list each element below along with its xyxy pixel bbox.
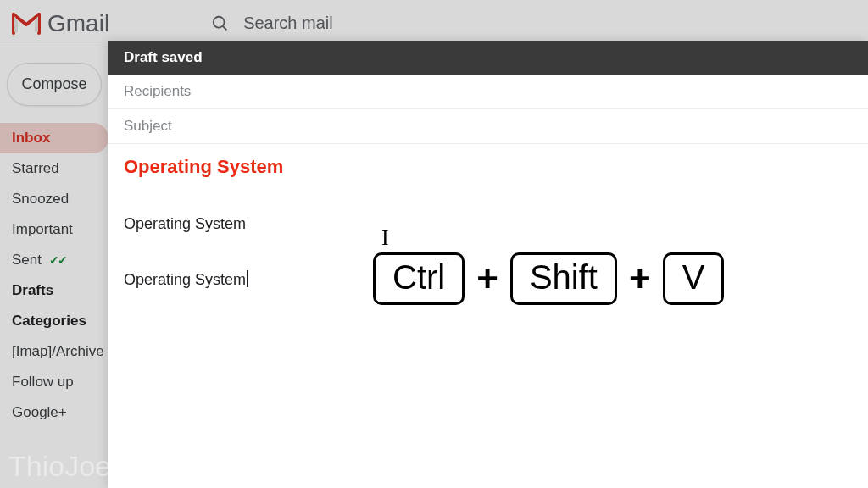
compose-titlebar: Draft saved bbox=[108, 41, 868, 75]
gmail-logo-icon bbox=[12, 13, 41, 35]
gmail-logo-text: Gmail bbox=[47, 10, 109, 37]
sidebar: Compose Inbox Starred Snoozed Important … bbox=[0, 47, 108, 488]
text-caret-icon bbox=[247, 270, 248, 287]
compose-body[interactable]: Operating System Operating System Operat… bbox=[108, 144, 868, 488]
key-shift: Shift bbox=[510, 252, 617, 305]
key-ctrl: Ctrl bbox=[373, 252, 465, 305]
sidebar-item-drafts[interactable]: Drafts bbox=[0, 275, 108, 306]
sidebar-item-important[interactable]: Important bbox=[0, 214, 108, 245]
compose-button[interactable]: Compose bbox=[7, 63, 102, 106]
sidebar-item-sent[interactable]: Sent ✓✓ bbox=[0, 245, 108, 275]
sidebar-item-snoozed[interactable]: Snoozed bbox=[0, 184, 108, 214]
svg-line-1 bbox=[223, 25, 227, 30]
sidebar-item-imap-archive[interactable]: [Imap]/Archive bbox=[0, 336, 108, 367]
subject-field[interactable]: Subject bbox=[108, 109, 868, 144]
sidebar-item-inbox[interactable]: Inbox bbox=[0, 123, 108, 153]
keyboard-shortcut-overlay: Ctrl + Shift + V bbox=[373, 252, 724, 305]
search-icon bbox=[211, 14, 230, 33]
mouse-ibeam-cursor-icon: I bbox=[381, 225, 389, 251]
sidebar-item-categories[interactable]: Categories bbox=[0, 306, 108, 336]
search-bar[interactable]: Search mail bbox=[211, 14, 333, 33]
gmail-logo[interactable]: Gmail bbox=[12, 10, 109, 37]
key-v: V bbox=[663, 252, 725, 305]
search-placeholder: Search mail bbox=[243, 14, 333, 33]
body-text-formatted: Operating System bbox=[124, 156, 853, 178]
plus-icon: + bbox=[629, 258, 651, 300]
sidebar-item-label: Sent bbox=[12, 252, 42, 268]
sidebar-item-starred[interactable]: Starred bbox=[0, 153, 108, 184]
recipients-field[interactable]: Recipients bbox=[108, 75, 868, 109]
body-text-plain-1: Operating System bbox=[124, 215, 246, 233]
svg-point-0 bbox=[214, 16, 225, 27]
body-text-plain-2: Operating System bbox=[124, 271, 246, 289]
sidebar-item-follow-up[interactable]: Follow up bbox=[0, 367, 108, 397]
plus-icon: + bbox=[476, 258, 498, 300]
sent-checkmarks-icon: ✓✓ bbox=[49, 253, 66, 267]
sidebar-item-google-plus[interactable]: Google+ bbox=[0, 397, 108, 428]
